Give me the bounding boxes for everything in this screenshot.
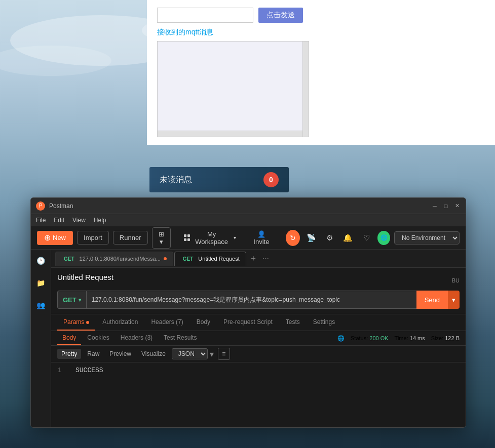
- menu-view[interactable]: View: [72, 217, 86, 224]
- web-app-overlay: 点击发送 接收到的mqtt消息: [147, 0, 495, 145]
- response-tab-test-results[interactable]: Test Results: [159, 331, 202, 345]
- settings-button[interactable]: ⚙: [323, 230, 337, 246]
- add-tab-button[interactable]: ＋: [247, 253, 259, 265]
- nav-tab-authorization[interactable]: Authorization: [96, 314, 144, 331]
- response-format-bar: Pretty Raw Preview Visualize JSON XML HT…: [51, 346, 466, 362]
- tab-1[interactable]: GET Untitled Request: [174, 252, 246, 266]
- title-bar: P Postman ─ □ ✕: [31, 198, 466, 214]
- response-tabs-bar: Body Cookies Headers (3) Test Results 🌐 …: [51, 331, 466, 346]
- sync-button[interactable]: ↻: [286, 230, 300, 246]
- web-controls: 点击发送: [157, 8, 486, 23]
- code-line-1: 1 SUCCESS: [57, 366, 460, 374]
- close-button[interactable]: ✕: [453, 202, 461, 210]
- response-area: Body Cookies Headers (3) Test Results 🌐 …: [51, 331, 466, 428]
- method-dropdown-arrow: ▾: [79, 297, 81, 303]
- size-label: Size: 122 B: [431, 335, 460, 341]
- sidebar: 🕐 📁 👥: [31, 250, 51, 428]
- invite-label: Invite: [253, 238, 269, 246]
- format-raw-button[interactable]: Raw: [83, 349, 103, 359]
- workspace-button[interactable]: My Workspace ▾: [179, 228, 241, 248]
- vertical-scrollbar[interactable]: [302, 42, 309, 137]
- main-layout: 🕐 📁 👥 GET 127.0.0.1:8080/fun/sendMessa..…: [31, 250, 466, 428]
- send-button[interactable]: 点击发送: [258, 8, 303, 23]
- params-dot: [86, 321, 89, 324]
- format-preview-button[interactable]: Preview: [105, 349, 135, 359]
- window-controls: ─ □ ✕: [431, 202, 461, 210]
- format-type-selector[interactable]: JSON XML HTML Text: [172, 348, 208, 359]
- nav-tab-params[interactable]: Params: [57, 314, 95, 331]
- nav-tab-body[interactable]: Body: [191, 314, 216, 331]
- minimize-button[interactable]: ─: [431, 202, 438, 210]
- horizontal-scrollbar[interactable]: [158, 131, 302, 137]
- format-pretty-button[interactable]: Pretty: [57, 349, 81, 359]
- unread-badge: 0: [263, 172, 279, 187]
- new-button[interactable]: ⊕ New: [37, 231, 73, 245]
- new-label: New: [53, 234, 66, 241]
- maximize-button[interactable]: □: [442, 202, 449, 210]
- request-panel: Untitled Request BU GET ▾ Send ▾: [51, 268, 466, 314]
- runner-button[interactable]: Runner: [113, 231, 148, 245]
- response-tab-cookies[interactable]: Cookies: [82, 331, 114, 345]
- workspace-dropdown-arrow: ▾: [234, 235, 236, 240]
- save-button[interactable]: BU: [452, 277, 460, 283]
- status-icon: 🌐: [337, 335, 345, 342]
- menu-file[interactable]: File: [36, 217, 46, 224]
- response-tab-body[interactable]: Body: [57, 331, 81, 345]
- size-value: 122 B: [445, 335, 460, 341]
- wrap-button[interactable]: ≡: [218, 348, 230, 360]
- response-status: 🌐 Status: 200 OK Time: 14 ms Size: 122 B: [337, 335, 460, 342]
- import-button[interactable]: Import: [77, 231, 109, 245]
- format-visualize-button[interactable]: Visualize: [137, 349, 170, 359]
- plus-icon: ⊕: [44, 234, 51, 242]
- sidebar-collections-icon[interactable]: 📁: [34, 276, 48, 290]
- method-selector[interactable]: GET ▾: [57, 291, 86, 309]
- url-input[interactable]: [86, 291, 416, 309]
- toolbar: ⊕ New Import Runner ⊞ ▾ My Workspace ▾ 👤…: [31, 226, 466, 250]
- response-body: 1 SUCCESS: [51, 362, 466, 428]
- nav-tab-settings[interactable]: Settings: [307, 314, 341, 331]
- workspace-label: My Workspace: [193, 230, 231, 246]
- method-label: GET: [63, 296, 77, 304]
- environment-selector[interactable]: No Environment: [394, 231, 460, 245]
- nav-tab-tests[interactable]: Tests: [280, 314, 306, 331]
- tab-method-0: GET: [62, 256, 77, 262]
- mqtt-label: 接收到的mqtt消息: [157, 28, 486, 37]
- line-number-1: 1: [57, 366, 67, 374]
- nav-tab-prerequest[interactable]: Pre-request Script: [217, 314, 279, 331]
- heart-button[interactable]: ♡: [359, 230, 373, 246]
- tab-method-1: GET: [181, 256, 196, 262]
- unread-label: 未读消息: [160, 175, 192, 185]
- request-title: Untitled Request: [57, 273, 113, 281]
- request-nav-tabs: Params Authorization Headers (7) Body Pr…: [51, 314, 466, 331]
- tabs-bar: GET 127.0.0.1:8080/fun/sendMessa... GET …: [51, 250, 466, 268]
- status-value: 200 OK: [369, 335, 388, 341]
- tab-title-0: 127.0.0.1:8080/fun/sendMessa...: [80, 256, 161, 262]
- send-dropdown-button[interactable]: ▾: [448, 291, 460, 309]
- invite-icon: 👤: [257, 230, 265, 238]
- window-title: Postman: [49, 202, 431, 210]
- postman-window: P Postman ─ □ ✕ File Edit View Help ⊕ Ne…: [30, 197, 466, 428]
- more-tabs-button[interactable]: ···: [260, 254, 271, 263]
- unread-messages-bar: 未读消息 0: [149, 167, 289, 192]
- send-button[interactable]: Send: [416, 291, 448, 309]
- tab-0[interactable]: GET 127.0.0.1:8080/fun/sendMessa...: [55, 252, 173, 266]
- content-area: GET 127.0.0.1:8080/fun/sendMessa... GET …: [51, 250, 466, 428]
- message-input[interactable]: [157, 8, 253, 23]
- response-tab-headers[interactable]: Headers (3): [116, 331, 158, 345]
- dropdown-arrow-icon: ▾: [210, 349, 214, 359]
- sidebar-users-icon[interactable]: 👥: [34, 298, 48, 312]
- nav-tab-headers[interactable]: Headers (7): [145, 314, 189, 331]
- sidebar-history-icon[interactable]: 🕐: [34, 254, 48, 268]
- menu-edit[interactable]: Edit: [54, 217, 64, 224]
- menu-bar: File Edit View Help: [31, 214, 466, 226]
- radio-icon-button[interactable]: 📡: [304, 230, 318, 246]
- user-avatar[interactable]: 🌐: [377, 231, 390, 245]
- workspace-icon: [184, 234, 190, 241]
- time-label: Time: 14 ms: [395, 335, 425, 341]
- invite-button[interactable]: 👤 Invite: [245, 228, 278, 248]
- menu-help[interactable]: Help: [94, 217, 106, 224]
- view-selector[interactable]: ⊞ ▾: [152, 227, 171, 249]
- status-label: Status: 200 OK: [351, 335, 389, 341]
- tab-dot-0: [164, 257, 167, 260]
- bell-button[interactable]: 🔔: [341, 230, 355, 246]
